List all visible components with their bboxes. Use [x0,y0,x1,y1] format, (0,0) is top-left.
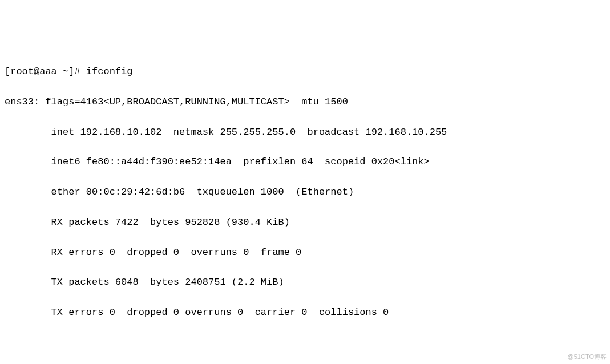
shell-prompt-line: [root@aaa ~]# ifconfig [5,64,605,79]
ens33-rx-errors: RX errors 0 dropped 0 overruns 0 frame 0 [5,245,605,260]
ens33-tx-packets: TX packets 6048 bytes 2408751 (2.2 MiB) [5,275,605,290]
ens33-inet: inet 192.168.10.102 netmask 255.255.255.… [5,125,605,140]
ens33-rx-packets: RX packets 7422 bytes 952828 (930.4 KiB) [5,215,605,230]
ens33-ether: ether 00:0c:29:42:6d:b6 txqueuelen 1000 … [5,185,605,200]
watermark-text: @51CTO博客 [568,352,607,362]
ens33-inet6: inet6 fe80::a44d:f390:ee52:14ea prefixle… [5,155,605,169]
ens33-header: ens33: flags=4163<UP,BROADCAST,RUNNING,M… [5,95,605,110]
blank-line [5,335,605,350]
ens33-tx-errors: TX errors 0 dropped 0 overruns 0 carrier… [5,305,605,320]
